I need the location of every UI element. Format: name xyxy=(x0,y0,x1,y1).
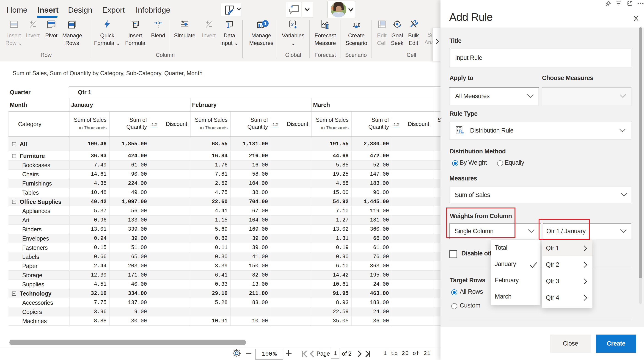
svg-text:x: x xyxy=(291,21,294,27)
